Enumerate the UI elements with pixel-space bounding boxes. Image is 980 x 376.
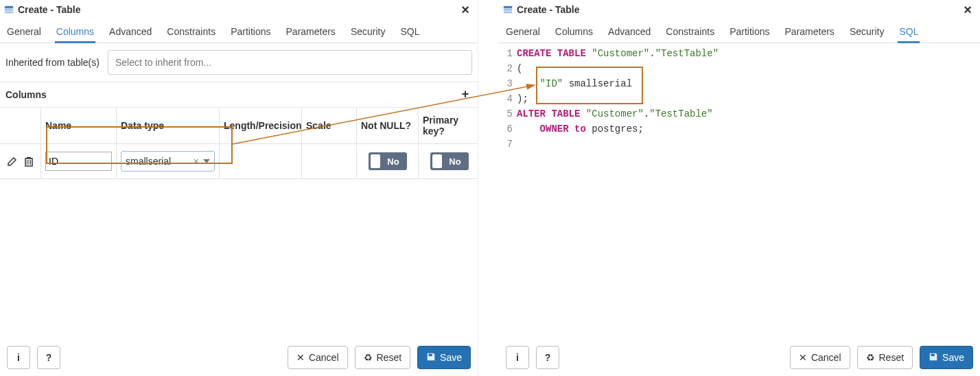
col-header-notnull: Not NULL?: [357, 108, 419, 144]
add-column-button[interactable]: +: [458, 88, 472, 102]
tab-columns[interactable]: Columns: [554, 19, 594, 43]
tab-general[interactable]: General: [504, 19, 541, 43]
footer-right: i ? ✕ Cancel ♻ Reset Save: [499, 339, 980, 376]
svg-rect-8: [429, 353, 432, 356]
tab-sql[interactable]: SQL: [898, 19, 920, 43]
tab-security[interactable]: Security: [848, 19, 886, 43]
table-icon: [503, 5, 513, 14]
right-pane: Create - Table × General Columns Advance…: [478, 0, 980, 376]
columns-title: Columns: [5, 89, 458, 100]
close-icon[interactable]: ×: [959, 3, 976, 16]
recycle-icon: ♻: [364, 352, 373, 363]
name-input[interactable]: [45, 152, 112, 171]
left-pane: Create - Table × General Columns Advance…: [0, 0, 478, 376]
title-text: Create - Table: [517, 4, 959, 15]
reset-button[interactable]: ♻ Reset: [355, 346, 411, 369]
row-name: [41, 144, 117, 179]
tab-advanced[interactable]: Advanced: [607, 19, 652, 43]
tab-general[interactable]: General: [5, 19, 43, 43]
help-button[interactable]: ?: [536, 346, 559, 369]
svg-rect-11: [504, 12, 512, 14]
editor-code[interactable]: CREATE TABLE "Customer"."TestTable"( "ID…: [517, 46, 980, 152]
col-header-datatype: Data type: [117, 108, 220, 144]
edit-icon[interactable]: [7, 156, 18, 167]
columns-grid: Name Data type Length/Precision Scale No…: [0, 108, 478, 179]
close-icon: ✕: [799, 352, 807, 363]
row-scale[interactable]: [302, 144, 357, 179]
recycle-icon: ♻: [866, 352, 875, 363]
pkey-value: No: [442, 156, 469, 167]
save-icon: [426, 352, 436, 364]
sql-editor[interactable]: 1234567 CREATE TABLE "Customer"."TestTab…: [499, 43, 980, 154]
tab-partitions[interactable]: Partitions: [229, 19, 272, 43]
columns-header: Columns +: [0, 82, 478, 108]
clear-icon[interactable]: ×: [194, 156, 199, 167]
save-label: Save: [440, 352, 462, 363]
delete-icon[interactable]: [23, 156, 34, 167]
editor-gutter: 1234567: [499, 46, 517, 152]
col-header-length: Length/Precision: [220, 108, 302, 144]
tab-parameters[interactable]: Parameters: [285, 19, 337, 43]
save-button[interactable]: Save: [417, 346, 471, 369]
svg-rect-9: [504, 6, 512, 9]
svg-rect-10: [504, 9, 512, 11]
row-datatype: smallserial ×: [117, 144, 220, 179]
title-text: Create - Table: [18, 4, 457, 15]
inherit-row: Inherited from table(s): [0, 43, 478, 82]
toggle-knob: [432, 154, 442, 168]
tab-parameters[interactable]: Parameters: [784, 19, 836, 43]
inherit-label: Inherited from table(s): [5, 57, 100, 68]
svg-rect-0: [5, 6, 13, 9]
table-icon: [4, 5, 14, 14]
cancel-button[interactable]: ✕ Cancel: [288, 346, 348, 369]
row-tools: [0, 144, 41, 179]
pkey-toggle[interactable]: No: [430, 152, 469, 170]
close-icon[interactable]: ×: [457, 3, 474, 16]
col-header-name: Name: [41, 108, 117, 144]
datatype-value: smallserial: [126, 156, 189, 167]
svg-rect-7: [27, 157, 31, 158]
cancel-label: Cancel: [309, 352, 339, 363]
footer-left: i ? ✕ Cancel ♻ Reset Save: [0, 339, 478, 376]
cancel-label: Cancel: [811, 352, 841, 363]
col-header-pkey: Primary key?: [419, 108, 478, 144]
col-header-tools: [0, 108, 41, 144]
help-button[interactable]: ?: [37, 346, 60, 369]
notnull-value: No: [380, 156, 407, 167]
datatype-select[interactable]: smallserial ×: [121, 151, 215, 172]
save-icon: [929, 352, 938, 364]
row-pkey: No: [419, 144, 478, 179]
reset-label: Reset: [879, 352, 905, 363]
tab-security[interactable]: Security: [349, 19, 387, 43]
save-label: Save: [942, 352, 964, 363]
tab-sql[interactable]: SQL: [399, 19, 421, 43]
tab-constraints[interactable]: Constraints: [165, 19, 217, 43]
row-notnull: No: [357, 144, 419, 179]
cancel-button[interactable]: ✕ Cancel: [790, 346, 850, 369]
tab-constraints[interactable]: Constraints: [664, 19, 716, 43]
tabs-right: General Columns Advanced Constraints Par…: [499, 19, 980, 43]
notnull-toggle[interactable]: No: [369, 152, 407, 170]
row-length[interactable]: [220, 144, 302, 179]
toggle-knob: [371, 154, 380, 168]
close-icon: ✕: [296, 352, 305, 363]
info-button[interactable]: i: [7, 346, 30, 369]
body-right: 1234567 CREATE TABLE "Customer"."TestTab…: [499, 43, 980, 339]
body-left: Inherited from table(s) Columns + Name D…: [0, 43, 478, 339]
svg-rect-2: [5, 12, 13, 14]
col-header-scale: Scale: [302, 108, 357, 144]
tab-advanced[interactable]: Advanced: [108, 19, 153, 43]
svg-rect-12: [931, 353, 935, 356]
tab-columns[interactable]: Columns: [55, 19, 95, 43]
info-button[interactable]: i: [506, 346, 529, 369]
reset-label: Reset: [377, 352, 402, 363]
reset-button[interactable]: ♻ Reset: [857, 346, 913, 369]
titlebar-left: Create - Table ×: [0, 0, 478, 19]
save-button[interactable]: Save: [920, 346, 973, 369]
chevron-down-icon: [203, 159, 210, 163]
inherit-input[interactable]: [108, 50, 472, 75]
titlebar-right: Create - Table ×: [499, 0, 980, 19]
svg-rect-1: [5, 9, 13, 11]
tab-partitions[interactable]: Partitions: [728, 19, 771, 43]
tabs-left: General Columns Advanced Constraints Par…: [0, 19, 478, 43]
